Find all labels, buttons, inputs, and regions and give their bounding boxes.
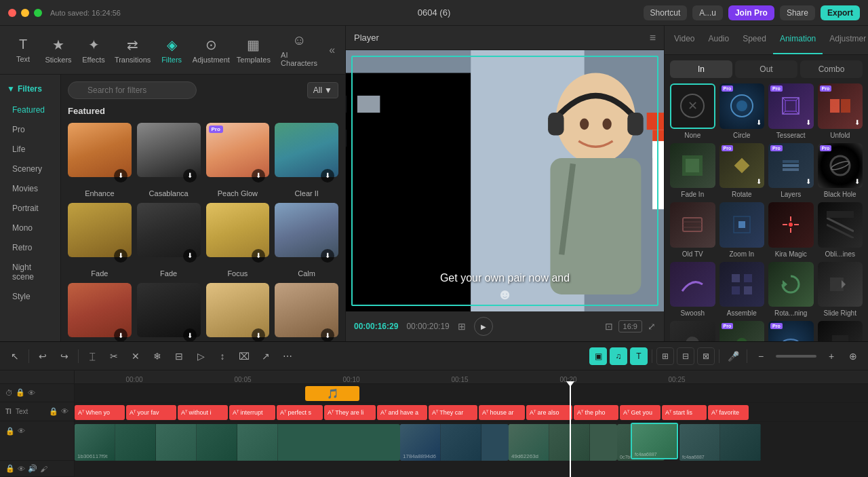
filter-download-icon[interactable]: ⬇ xyxy=(321,169,334,183)
text-chip-3[interactable]: Aᵀ interrupt xyxy=(229,405,275,420)
tab-animation[interactable]: Animation xyxy=(773,26,823,54)
anim-item-zoomin[interactable]: Zoom In xyxy=(719,202,765,258)
tl-split-tool[interactable]: ⌶ xyxy=(83,347,102,366)
timeline-main[interactable]: 00:00 00:05 00:10 00:15 00:20 00:25 xyxy=(75,370,868,477)
text-chip-12[interactable]: Aᵀ start lis xyxy=(662,405,707,420)
filter-download-icon[interactable]: ⬇ xyxy=(321,328,334,341)
text-chip-13[interactable]: Aᵀ favorite xyxy=(708,405,749,420)
text-chip-8[interactable]: Aᵀ house ar xyxy=(479,405,525,420)
close-button[interactable] xyxy=(8,9,16,17)
anim-item-oldtv[interactable]: Old TV xyxy=(670,202,715,258)
anim-item-rotate[interactable]: Pro ⬇ Rotate xyxy=(719,143,765,199)
video-segment-3[interactable]: 49d62263d xyxy=(509,424,617,461)
tl-more-tool[interactable]: ⋯ xyxy=(278,347,297,366)
tl-zoom-slider[interactable] xyxy=(776,355,816,358)
minimize-button[interactable] xyxy=(21,9,29,17)
filter-item-peach[interactable]: Pro ⬇ Peach Glow xyxy=(206,123,270,197)
filter-download-icon[interactable]: ⬇ xyxy=(114,249,127,263)
text-chip-0[interactable]: Aᵀ When yo xyxy=(75,405,125,420)
text-chip-5[interactable]: Aᵀ They are li xyxy=(324,405,376,420)
text-chip-2[interactable]: Aᵀ without i xyxy=(178,405,228,420)
tab-audio[interactable]: Audio xyxy=(701,26,736,54)
filter-item-r4[interactable]: ⬇ xyxy=(275,283,338,342)
lock-icon[interactable]: 🔒 xyxy=(16,388,25,397)
join-pro-button[interactable]: Join Pro xyxy=(728,5,774,20)
anim-item-swoosh[interactable]: Swoosh xyxy=(670,262,715,318)
filter-item-enhance[interactable]: ⬇ Enhance xyxy=(68,123,132,197)
anim-item-assemble[interactable]: Assemble xyxy=(719,262,765,318)
filter-item-r3[interactable]: ⬇ xyxy=(206,283,270,342)
tl-freeze-tool[interactable]: ❄ xyxy=(148,347,167,366)
filter-category-life[interactable]: Life xyxy=(3,140,58,159)
tool-ai-characters[interactable]: ☺ AI Characters xyxy=(274,27,324,73)
anim-item-none[interactable]: ✕ None xyxy=(670,83,715,139)
anim-item-more3[interactable]: Pro ⬇ xyxy=(768,321,814,341)
tool-transitions[interactable]: ⇄ Transitions xyxy=(111,31,154,69)
tool-text[interactable]: T Text xyxy=(5,31,41,69)
filter-item-casablanca[interactable]: ⬇ Casablanca xyxy=(137,123,201,197)
anim-item-rotaning[interactable]: Rota...ning xyxy=(768,262,814,318)
subtab-in[interactable]: In xyxy=(670,60,732,78)
anim-item-slideright[interactable]: Slide Right xyxy=(818,262,863,318)
video-segment-2[interactable]: 1784a8894d6 xyxy=(400,424,509,461)
video-segment-5-selected[interactable]: fc4aa6887 xyxy=(631,423,678,459)
audio-icon[interactable]: 🔊 xyxy=(28,464,37,473)
anim-item-circle[interactable]: Pro ⬇ Circle xyxy=(719,83,765,139)
clock-icon[interactable]: ⏱ xyxy=(5,389,13,397)
tool-effects[interactable]: ✦ Effects xyxy=(76,31,111,69)
tab-speed[interactable]: Speed xyxy=(736,26,773,54)
fullscreen-icon[interactable]: ⤢ xyxy=(648,321,656,332)
timeline-playhead[interactable] xyxy=(570,384,571,477)
anim-item-more4[interactable] xyxy=(818,321,863,341)
tool-stickers[interactable]: ★ Stickers xyxy=(41,31,76,69)
tl-flip-tool[interactable]: ↕ xyxy=(213,347,232,366)
toolbar-collapse-button[interactable]: « xyxy=(324,41,340,60)
tl-text-track-btn[interactable]: T xyxy=(630,347,648,365)
tl-join-btn[interactable]: ⊟ xyxy=(677,347,694,365)
filter-item-fade2[interactable]: ⬇ Fade xyxy=(137,203,201,278)
tool-templates[interactable]: ▦ Templates xyxy=(233,31,275,69)
filter-category-scenery[interactable]: Scenery xyxy=(3,159,58,178)
user-avatar-button[interactable]: A...u xyxy=(692,5,723,20)
tl-crop-tool[interactable]: ⊟ xyxy=(170,347,189,366)
tl-video-track-btn[interactable]: ▣ xyxy=(589,347,607,365)
tl-redo-tool[interactable]: ↪ xyxy=(55,347,74,366)
maximize-button[interactable] xyxy=(34,9,42,17)
text-chip-10[interactable]: Aᵀ the pho xyxy=(574,405,618,420)
anim-item-tesseract[interactable]: Pro ⬇ Tesseract xyxy=(768,83,814,139)
tl-play-tool[interactable]: ▷ xyxy=(191,347,210,366)
tl-delete-tool[interactable]: ✕ xyxy=(126,347,145,366)
tl-transform-tool[interactable]: ↗ xyxy=(256,347,275,366)
tab-adjustment[interactable]: Adjustmer xyxy=(823,26,868,54)
tl-split-view-btn[interactable]: ⊞ xyxy=(656,347,674,365)
lock-icon3[interactable]: 🔒 xyxy=(5,427,15,436)
filter-download-icon[interactable]: ⬇ xyxy=(252,249,265,263)
filter-download-icon[interactable]: ⬇ xyxy=(183,169,197,183)
tl-zoom-out-btn[interactable]: − xyxy=(751,347,770,366)
filter-category-style[interactable]: Style xyxy=(3,287,58,306)
filter-category-night[interactable]: Night scene xyxy=(3,258,58,286)
text-chip-7[interactable]: Aᵀ They car xyxy=(429,405,477,420)
tool-filters[interactable]: ◈ Filters xyxy=(154,31,189,69)
anim-item-obli[interactable]: Obli...ines xyxy=(818,202,863,258)
tl-mic-btn[interactable]: 🎤 xyxy=(724,347,743,366)
all-filter-button[interactable]: All ▼ xyxy=(307,82,338,98)
filter-category-movies[interactable]: Movies xyxy=(3,179,58,198)
tool-adjustment[interactable]: ⊙ Adjustment xyxy=(189,31,233,69)
anim-item-unfold[interactable]: Pro ⬇ Unfold xyxy=(818,83,863,139)
filter-download-icon[interactable]: ⬇ xyxy=(114,169,127,183)
tl-cut-tool[interactable]: ✂ xyxy=(104,347,123,366)
filter-category-retro[interactable]: Retro xyxy=(3,238,58,257)
tl-detach-btn[interactable]: ⊠ xyxy=(697,347,715,365)
anim-item-fadein[interactable]: Fade In xyxy=(670,143,715,199)
filter-download-icon[interactable]: ⬇ xyxy=(252,328,265,341)
subtab-combo[interactable]: Combo xyxy=(800,60,863,78)
text-chip-11[interactable]: Aᵀ Get you xyxy=(620,405,660,420)
layout-icon[interactable]: ⊞ xyxy=(458,321,466,332)
eye-icon[interactable]: 👁 xyxy=(28,389,35,397)
filters-search-input[interactable] xyxy=(68,81,197,99)
filter-category-pro[interactable]: Pro xyxy=(3,120,58,139)
tl-audio-track-btn[interactable]: ♫ xyxy=(610,347,627,365)
tl-zoom-in-btn[interactable]: + xyxy=(822,347,841,366)
text-chip-1[interactable]: Aᵀ your fav xyxy=(126,405,176,420)
